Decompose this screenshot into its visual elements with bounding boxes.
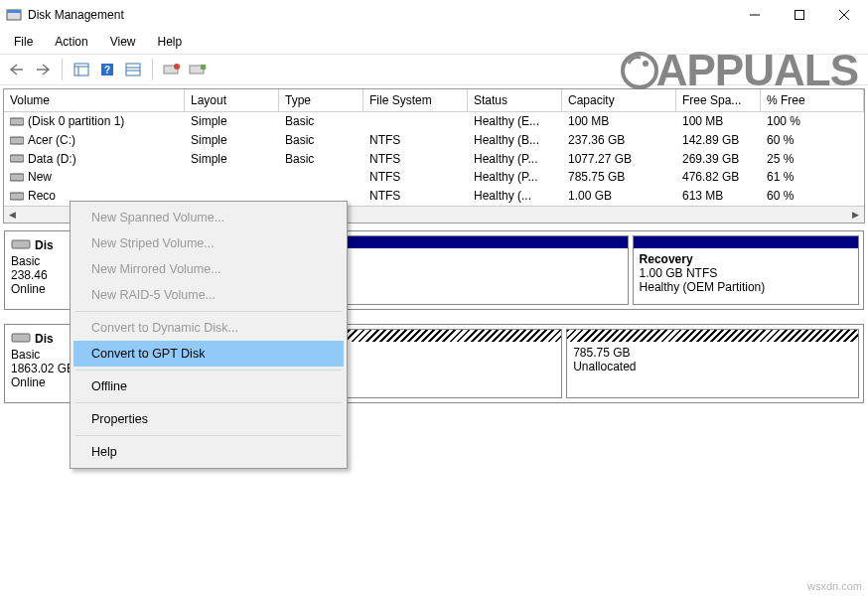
svg-text:?: ?: [104, 65, 110, 75]
help-icon[interactable]: ?: [96, 59, 118, 80]
disk-1-part-2[interactable]: 785.75 GB Unallocated: [566, 329, 859, 398]
volume-icon: [10, 190, 24, 204]
volume-capacity: 100 MB: [562, 112, 676, 131]
svg-rect-20: [10, 155, 24, 162]
partition-stripe: [567, 330, 858, 342]
context-menu-item: New RAID-5 Volume...: [73, 282, 344, 308]
volume-list-header: Volume Layout Type File System Status Ca…: [4, 89, 864, 112]
svg-rect-18: [10, 118, 24, 125]
volume-capacity: 1077.27 GB: [562, 150, 676, 169]
volume-row[interactable]: (Disk 0 partition 1)SimpleBasicHealthy (…: [4, 112, 864, 131]
settings-icon[interactable]: [187, 59, 209, 80]
volume-fs: NTFS: [363, 187, 468, 206]
volume-pct: 60 %: [761, 187, 864, 206]
volume-pct: 100 %: [761, 112, 864, 131]
volume-fs: NTFS: [363, 168, 468, 187]
context-menu[interactable]: New Spanned Volume...New Striped Volume.…: [70, 201, 348, 469]
volume-type: Basic: [279, 131, 363, 150]
scroll-left-icon[interactable]: ◀: [4, 208, 21, 223]
col-capacity[interactable]: Capacity: [562, 89, 676, 112]
context-menu-item: Convert to Dynamic Disk...: [73, 315, 344, 341]
menu-view[interactable]: View: [100, 32, 146, 52]
part-size: 785.75 GB: [573, 346, 852, 360]
disk-0-name: Dis: [35, 238, 54, 252]
disk-0-part-recovery[interactable]: Recovery 1.00 GB NTFS Healthy (OEM Parti…: [633, 235, 859, 305]
volume-icon: [10, 152, 24, 166]
back-button[interactable]: [6, 59, 28, 80]
part-sub: 1.00 GB NTFS: [640, 266, 852, 280]
volume-status: Healthy (B...: [468, 131, 562, 150]
svg-rect-17: [201, 65, 206, 70]
svg-rect-19: [10, 137, 24, 144]
volume-free: 476.82 GB: [676, 168, 761, 187]
view-icon[interactable]: [71, 59, 92, 80]
context-menu-item: New Mirrored Volume...: [73, 256, 344, 282]
part-status: Unallocated: [573, 360, 852, 373]
volume-layout: Simple: [185, 112, 279, 131]
scroll-right-icon[interactable]: ▶: [847, 208, 864, 223]
context-menu-separator: [75, 370, 342, 371]
menu-action[interactable]: Action: [45, 32, 97, 52]
volume-capacity: 1.00 GB: [562, 187, 676, 206]
col-free[interactable]: Free Spa...: [676, 89, 761, 112]
list-icon[interactable]: [122, 59, 144, 80]
volume-row[interactable]: Acer (C:)SimpleBasicNTFSHealthy (B...237…: [4, 131, 864, 150]
svg-rect-3: [795, 11, 803, 20]
window-controls: [732, 1, 866, 29]
volume-name: Data (D:): [28, 152, 76, 166]
app-icon: [6, 7, 22, 23]
partition-stripe: [634, 236, 858, 248]
volume-pct: 60 %: [761, 131, 864, 150]
disk-icon: [11, 235, 31, 254]
volume-status: Healthy (...: [468, 187, 562, 206]
menubar: File Action View Help: [0, 30, 868, 54]
menu-help[interactable]: Help: [148, 32, 193, 52]
volume-layout: Simple: [185, 150, 279, 169]
volume-name: Acer (C:): [28, 133, 75, 147]
disk-icon: [11, 329, 31, 348]
col-pct-free[interactable]: % Free: [761, 89, 864, 112]
volume-status: Healthy (P...: [468, 150, 562, 169]
context-menu-separator: [75, 311, 342, 312]
titlebar: Disk Management: [0, 0, 868, 30]
context-menu-item[interactable]: Properties: [73, 406, 344, 432]
volume-free: 613 MB: [676, 187, 761, 206]
volume-fs: NTFS: [363, 131, 468, 150]
volume-layout: [185, 168, 279, 187]
context-menu-item[interactable]: Help: [73, 439, 344, 465]
col-fs[interactable]: File System: [363, 89, 468, 112]
col-status[interactable]: Status: [468, 89, 562, 112]
part-status: Healthy (OEM Partition): [640, 280, 852, 294]
volume-status: Healthy (E...: [468, 112, 562, 131]
context-menu-item: New Spanned Volume...: [73, 205, 344, 230]
col-type[interactable]: Type: [279, 89, 363, 112]
minimize-button[interactable]: [732, 1, 777, 29]
svg-rect-1: [7, 10, 21, 13]
context-menu-item[interactable]: Convert to GPT Disk: [73, 341, 344, 367]
col-volume[interactable]: Volume: [4, 89, 185, 112]
volume-fs: [363, 112, 468, 131]
context-menu-item: New Striped Volume...: [73, 230, 344, 256]
maximize-button[interactable]: [777, 1, 821, 29]
context-menu-separator: [75, 402, 342, 403]
menu-file[interactable]: File: [4, 32, 43, 52]
volume-type: [279, 168, 363, 187]
svg-point-15: [174, 64, 180, 70]
close-button[interactable]: [821, 1, 866, 29]
volume-layout: Simple: [185, 131, 279, 150]
forward-button[interactable]: [32, 59, 54, 80]
context-menu-item[interactable]: Offline: [73, 373, 344, 399]
svg-rect-6: [74, 64, 88, 75]
volume-icon: [10, 171, 24, 185]
volume-icon: [10, 115, 24, 129]
toolbar-separator: [152, 59, 153, 80]
volume-type: Basic: [279, 112, 363, 131]
svg-rect-23: [12, 240, 30, 248]
col-layout[interactable]: Layout: [185, 89, 279, 112]
volume-name: Reco: [28, 189, 56, 203]
volume-row[interactable]: Data (D:)SimpleBasicNTFSHealthy (P...107…: [4, 150, 864, 169]
volume-capacity: 785.75 GB: [562, 168, 676, 187]
volume-row[interactable]: NewNTFSHealthy (P...785.75 GB476.82 GB61…: [4, 168, 864, 187]
refresh-icon[interactable]: [161, 59, 183, 80]
volume-pct: 25 %: [761, 150, 864, 169]
